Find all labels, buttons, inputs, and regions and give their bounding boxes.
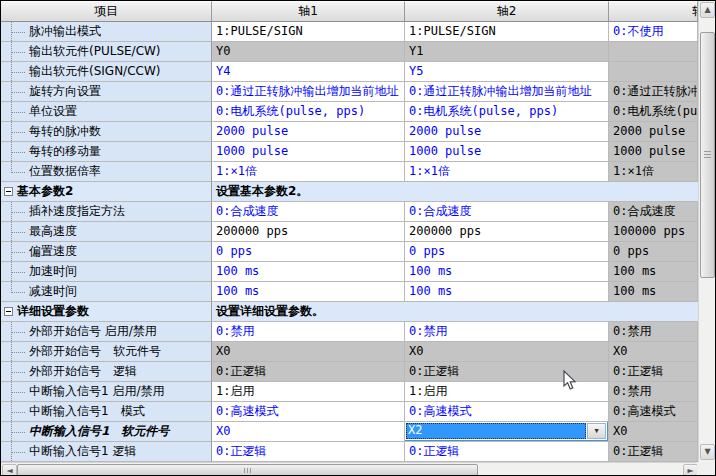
value-cell-axis3[interactable]	[609, 62, 698, 82]
value-cell-axis1[interactable]: 200000 pps	[212, 222, 405, 242]
value-cell-axis2[interactable]: 1:×1倍	[405, 162, 609, 182]
item-cell[interactable]: 加速时间	[1, 262, 212, 282]
item-cell[interactable]: 输出软元件(PULSE/CW)	[1, 42, 212, 62]
value-cell-axis3[interactable]: 0:合成速度	[609, 202, 698, 222]
value-cell-axis3[interactable]: X0	[609, 422, 698, 442]
value-cell-axis2[interactable]: 0:高速模式	[405, 402, 609, 422]
value-cell-axis2[interactable]: 1:PULSE/SIGN	[405, 22, 609, 42]
item-cell[interactable]: 详细设置参数	[1, 302, 212, 322]
horizontal-scrollbar-thumb[interactable]	[17, 464, 478, 476]
value-cell-axis2[interactable]: 0:禁用	[405, 322, 609, 342]
combobox-dropdown-button[interactable]: ▼	[587, 423, 606, 439]
value-cell-axis2[interactable]: X2▼	[405, 422, 609, 442]
device-number-combobox[interactable]: X2▼	[405, 422, 608, 441]
value-cell-axis1[interactable]: 1:启用	[212, 382, 405, 402]
value-cell-axis1[interactable]: X0	[212, 342, 405, 362]
value-cell-axis1[interactable]: 0:正逻辑	[212, 362, 405, 382]
vertical-scrollbar-thumb[interactable]	[700, 32, 715, 278]
value-cell-axis3[interactable]: 0:禁用	[609, 322, 698, 342]
item-cell[interactable]: 中断输入信号1 启用/禁用	[1, 382, 212, 402]
value-cell-axis2[interactable]: X0	[405, 342, 609, 362]
value-cell-axis1[interactable]: 0:合成速度	[212, 202, 405, 222]
value-cell-axis2[interactable]: 0:合成速度	[405, 202, 609, 222]
horizontal-scrollbar[interactable]: ◄ ►	[1, 462, 699, 476]
value-cell-axis1[interactable]: Y0	[212, 42, 405, 62]
value-cell-axis2[interactable]: Y1	[405, 42, 609, 62]
value-cell-axis3[interactable]: 0 pps	[609, 242, 698, 262]
value-cell-axis3[interactable]: 0:正逻辑	[609, 442, 698, 462]
value-cell-axis1[interactable]: 0:高速模式	[212, 402, 405, 422]
item-cell[interactable]: 减速时间	[1, 282, 212, 302]
value-cell-axis1[interactable]: 1:PULSE/SIGN	[212, 22, 405, 42]
value-cell-axis1[interactable]: 1:×1倍	[212, 162, 405, 182]
value-cell-axis3[interactable]: X0	[609, 342, 698, 362]
value-cell-axis1[interactable]: 100 ms	[212, 262, 405, 282]
value-cell-axis2[interactable]: 100 ms	[405, 262, 609, 282]
value-cell-axis3[interactable]: 1:×1倍	[609, 162, 698, 182]
vertical-scrollbar[interactable]: ▲ ▼	[698, 1, 715, 462]
value-cell-axis2[interactable]: 0:电机系统(pulse, pps)	[405, 102, 609, 122]
item-cell[interactable]: 中断输入信号1 模式	[1, 402, 212, 422]
value-cell-axis2[interactable]: 1000 pulse	[405, 142, 609, 162]
value-cell-axis1[interactable]: 2000 pulse	[212, 122, 405, 142]
item-cell[interactable]: 中断输入信号1 软元件号	[1, 422, 212, 442]
value-cell-axis3[interactable]: 0:禁用	[609, 382, 698, 402]
item-cell[interactable]: 旋转方向设置	[1, 82, 212, 102]
value-cell-axis1[interactable]: 0 pps	[212, 242, 405, 262]
item-cell[interactable]: 插补速度指定方法	[1, 202, 212, 222]
scroll-down-button[interactable]: ▼	[700, 444, 715, 460]
value-cell-axis1[interactable]: 100 ms	[212, 282, 405, 302]
item-cell[interactable]: 中断输入信号1 逻辑	[1, 442, 212, 462]
item-cell[interactable]: 脉冲输出模式	[1, 22, 212, 42]
value-cell-axis3[interactable]: 0:高速模式	[609, 402, 698, 422]
value-cell-axis1[interactable]: X0	[212, 422, 405, 442]
value-cell-axis1[interactable]: 0:通过正转脉冲输出增加当前地址	[212, 82, 405, 102]
item-cell[interactable]: 外部开始信号 软元件号	[1, 342, 212, 362]
item-cell[interactable]: 位置数据倍率	[1, 162, 212, 182]
value-cell-axis2[interactable]: Y5	[405, 62, 609, 82]
value-cell-axis2[interactable]: 0:通过正转脉冲输出增加当前地址	[405, 82, 609, 102]
value-cell-axis2[interactable]: 100 ms	[405, 282, 609, 302]
value-cell-axis1[interactable]: 0:电机系统(pulse, pps)	[212, 102, 405, 122]
value-cell-axis3[interactable]: 0:不使用	[609, 22, 698, 42]
item-cell[interactable]: 每转的脉冲数	[1, 122, 212, 142]
value-cell-axis3[interactable]: 0:通过正转脉冲输出增加当前地址	[609, 82, 698, 102]
item-cell[interactable]: 基本参数2	[1, 182, 212, 202]
value-cell-axis1[interactable]: Y4	[212, 62, 405, 82]
value-cell-axis3[interactable]: 100000 pps	[609, 222, 698, 242]
value-cell-axis2[interactable]: 200000 pps	[405, 222, 609, 242]
value-cell-axis3[interactable]: 100 ms	[609, 262, 698, 282]
item-cell[interactable]: 偏置速度	[1, 242, 212, 262]
scroll-right-button[interactable]: ►	[683, 464, 698, 476]
item-cell[interactable]: 每转的移动量	[1, 142, 212, 162]
value-cell-axis2[interactable]: 0 pps	[405, 242, 609, 262]
collapse-icon[interactable]	[4, 187, 13, 196]
value-cell-axis2[interactable]: 1:启用	[405, 382, 609, 402]
value-cell-axis3[interactable]	[609, 42, 698, 62]
value-cell-axis3[interactable]: 2000 pulse	[609, 122, 698, 142]
value-cell-axis1[interactable]: 0:正逻辑	[212, 442, 405, 462]
item-cell[interactable]: 最高速度	[1, 222, 212, 242]
scroll-left-button[interactable]: ◄	[2, 464, 17, 476]
item-cell[interactable]: 输出软元件(SIGN/CCW)	[1, 62, 212, 82]
column-header-axis2[interactable]: 轴2	[405, 1, 609, 21]
item-cell[interactable]: 单位设置	[1, 102, 212, 122]
item-cell[interactable]: 外部开始信号 启用/禁用	[1, 322, 212, 342]
combobox-selected-text[interactable]: X2	[406, 423, 586, 439]
value-cell-axis3[interactable]: 100 ms	[609, 282, 698, 302]
value-cell-axis3[interactable]: 0:正逻辑	[609, 362, 698, 382]
scroll-up-button[interactable]: ▲	[700, 2, 715, 18]
value-cell-axis3[interactable]: 1000 pulse	[609, 142, 698, 162]
column-header-axis3[interactable]: 轴3	[609, 1, 698, 21]
value-cell-axis2[interactable]: 0:正逻辑	[405, 362, 609, 382]
value-cell-axis1[interactable]: 0:禁用	[212, 322, 405, 342]
value-cell-axis3[interactable]: 0:电机系统(pulse, pps)	[609, 102, 698, 122]
column-header-axis1[interactable]: 轴1	[212, 1, 405, 21]
value-cell-axis1[interactable]: 1000 pulse	[212, 142, 405, 162]
value-cell-axis2[interactable]: 2000 pulse	[405, 122, 609, 142]
column-header-item[interactable]: 项目	[1, 1, 212, 21]
item-cell[interactable]: 外部开始信号 逻辑	[1, 362, 212, 382]
tree-line	[11, 172, 25, 173]
value-cell-axis2[interactable]: 0:正逻辑	[405, 442, 609, 462]
collapse-icon[interactable]	[4, 307, 13, 316]
